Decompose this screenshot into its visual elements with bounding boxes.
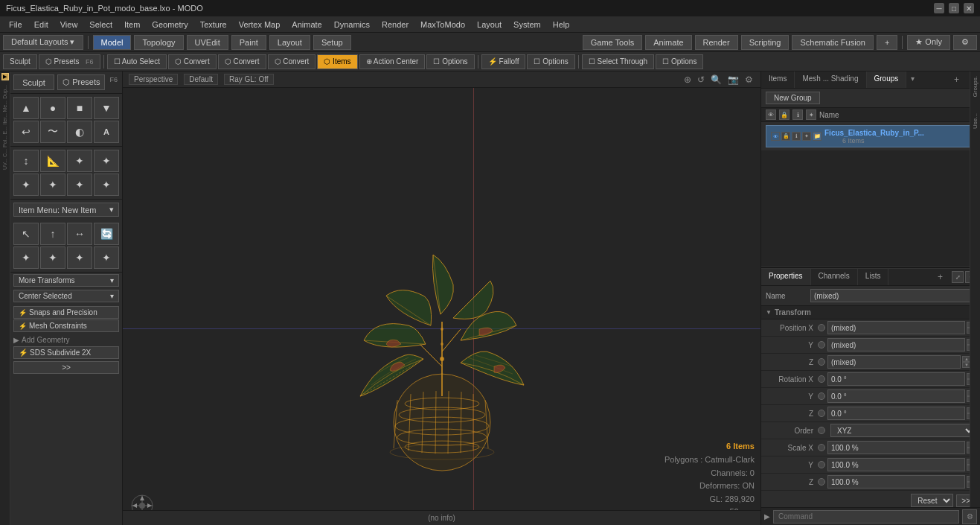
- tool-btn-15[interactable]: ✦: [67, 174, 92, 196]
- star-only-button[interactable]: ★ Only: [907, 35, 950, 50]
- rot-y-input[interactable]: [827, 389, 965, 403]
- props-icon-expand[interactable]: ⤢: [952, 271, 964, 283]
- auto-select-button[interactable]: ☐ Auto Select: [107, 54, 167, 69]
- menu-select[interactable]: Select: [83, 19, 118, 31]
- scale-y-dot[interactable]: [818, 461, 825, 468]
- nav-icon-gear[interactable]: ⚙: [743, 74, 755, 85]
- tool-btn-8[interactable]: A: [94, 121, 119, 143]
- sculpt-panel-button[interactable]: Sculpt: [13, 74, 54, 90]
- group-item-icon-eye[interactable]: 👁: [771, 132, 780, 141]
- rot-y-dot[interactable]: [818, 392, 825, 400]
- new-group-button[interactable]: New Group: [766, 92, 820, 104]
- tool-btn-3[interactable]: ■: [67, 97, 92, 119]
- tool-btn-7[interactable]: ◐: [67, 121, 92, 143]
- transform-btn-7[interactable]: ✦: [67, 246, 92, 269]
- convert3-button[interactable]: ⬡ Convert: [268, 54, 316, 69]
- nav-icon-rotate[interactable]: ↺: [696, 74, 706, 85]
- col-icon-lock[interactable]: 🔒: [779, 109, 790, 120]
- options3-button[interactable]: ☐ Options: [656, 54, 703, 69]
- viewport[interactable]: Perspective Default Ray GL: Off ⊕ ↺ 🔍 📷 …: [123, 71, 760, 525]
- order-select[interactable]: XYZ XZY YXZ YZX ZXY ZYX: [830, 424, 976, 437]
- col-icon-star[interactable]: ✦: [806, 109, 816, 120]
- rot-z-input[interactable]: [827, 407, 965, 420]
- rot-x-dot[interactable]: [818, 375, 825, 383]
- tool-btn-12[interactable]: ✦: [94, 150, 119, 172]
- group-item-icon-lock[interactable]: 🔒: [781, 132, 790, 141]
- menu-maxtomodo[interactable]: MaxToModo: [414, 19, 471, 31]
- center-selected-button[interactable]: Center Selected ▾: [13, 290, 119, 302]
- transform-btn-5[interactable]: ✦: [13, 246, 39, 269]
- command-input[interactable]: [773, 510, 959, 524]
- sds-subdivide-button[interactable]: ⚡ SDS Subdivide 2X: [13, 346, 119, 359]
- transform-btn-2[interactable]: ↑: [40, 223, 65, 245]
- mode-topology[interactable]: Topology: [134, 35, 183, 50]
- mode-layout[interactable]: Layout: [269, 35, 310, 50]
- tool-btn-1[interactable]: ▲: [13, 97, 39, 119]
- minimize-button[interactable]: ─: [934, 3, 944, 13]
- mode-setup[interactable]: Setup: [313, 35, 351, 50]
- pos-y-input[interactable]: [827, 338, 965, 351]
- props-tab-properties[interactable]: Properties: [761, 269, 811, 285]
- menu-geometry[interactable]: Geometry: [146, 19, 193, 31]
- menu-render[interactable]: Render: [376, 19, 414, 31]
- mode-model[interactable]: Model: [93, 35, 132, 50]
- transform-btn-1[interactable]: ↖: [13, 223, 39, 245]
- menu-item[interactable]: Item: [118, 19, 146, 31]
- order-dot[interactable]: [818, 427, 825, 434]
- pos-y-dot[interactable]: [818, 341, 825, 349]
- select-through-button[interactable]: ☐ Select Through: [582, 54, 654, 69]
- menu-file[interactable]: File: [3, 19, 28, 31]
- action-center-button[interactable]: ⊕ Action Center: [359, 54, 426, 69]
- nav-icon-camera[interactable]: 📷: [726, 74, 740, 85]
- mesh-constraints-button[interactable]: ⚡ Mesh Constraints: [13, 319, 119, 332]
- tool-btn-14[interactable]: ✦: [40, 174, 65, 196]
- mode-game-tools[interactable]: Game Tools: [583, 35, 643, 50]
- tool-btn-6[interactable]: 〜: [40, 121, 65, 143]
- mode-schematic-fusion[interactable]: Schematic Fusion: [792, 35, 873, 50]
- menu-system[interactable]: System: [507, 19, 547, 31]
- sculpt-button[interactable]: Sculpt: [3, 54, 37, 69]
- transform-btn-6[interactable]: ✦: [40, 246, 65, 269]
- rot-x-input[interactable]: [827, 372, 965, 386]
- presets-panel-button[interactable]: ⬡ Presets: [57, 74, 105, 90]
- tab-groups[interactable]: Groups: [867, 71, 907, 88]
- menu-layout[interactable]: Layout: [471, 19, 507, 31]
- tool-btn-5[interactable]: ↩: [13, 121, 39, 143]
- transform-btn-3[interactable]: ↔: [67, 223, 92, 245]
- maximize-button[interactable]: □: [949, 3, 959, 13]
- falloff-button[interactable]: ⚡ Falloff: [481, 54, 526, 69]
- pos-x-dot[interactable]: [818, 324, 825, 331]
- more-button[interactable]: >>: [13, 361, 119, 374]
- tool-btn-11[interactable]: ✦: [67, 150, 92, 172]
- tool-btn-13[interactable]: ✦: [13, 174, 39, 196]
- convert2-button[interactable]: ⬡ Convert: [218, 54, 266, 69]
- mode-animate[interactable]: Animate: [645, 35, 691, 50]
- items-button[interactable]: ⬡ Items: [317, 54, 357, 69]
- menu-dynamics[interactable]: Dynamics: [328, 19, 376, 31]
- mode-uvedit[interactable]: UVEdit: [187, 35, 228, 50]
- rot-z-dot[interactable]: [818, 410, 825, 417]
- menu-animate[interactable]: Animate: [286, 19, 327, 31]
- menu-edit[interactable]: Edit: [28, 19, 54, 31]
- options1-button[interactable]: ☐ Options: [426, 54, 474, 69]
- menu-texture[interactable]: Texture: [194, 19, 233, 31]
- props-tab-channels[interactable]: Channels: [811, 269, 858, 285]
- col-icon-eye[interactable]: 👁: [766, 109, 776, 120]
- ray-gl-dropdown[interactable]: Ray GL: Off: [224, 74, 274, 85]
- pos-x-input[interactable]: [827, 321, 965, 334]
- pos-z-dot[interactable]: [818, 358, 825, 366]
- tool-btn-9[interactable]: ↕: [13, 150, 39, 172]
- nav-icon-crosshair[interactable]: ⊕: [682, 74, 693, 85]
- menu-vertex-map[interactable]: Vertex Map: [233, 19, 286, 31]
- menu-view[interactable]: View: [54, 19, 84, 31]
- tab-expand-icon[interactable]: ▾: [906, 71, 919, 88]
- perspective-dropdown[interactable]: Perspective: [129, 74, 178, 85]
- props-tab-add[interactable]: +: [932, 269, 949, 285]
- group-item-icon-star[interactable]: ✦: [802, 132, 811, 141]
- col-icon-info[interactable]: ℹ: [792, 109, 803, 120]
- scale-z-dot[interactable]: [818, 478, 825, 486]
- tab-mesh-shading[interactable]: Mesh ... Shading: [795, 71, 866, 88]
- default-layouts-button[interactable]: Default Layouts ▾: [3, 35, 83, 50]
- presets-button[interactable]: ⬡ Presets F6: [39, 54, 100, 69]
- transform-section-header[interactable]: ▼ Transform: [761, 306, 980, 319]
